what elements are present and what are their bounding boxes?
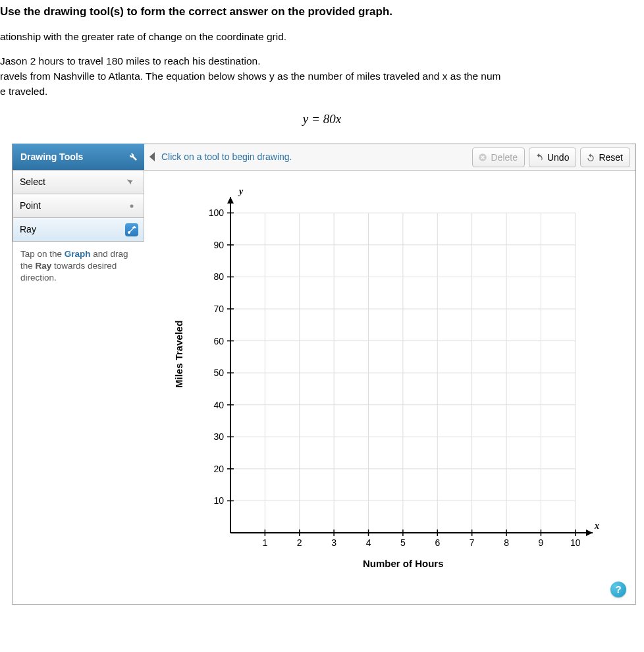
undo-label: Undo xyxy=(547,152,569,163)
svg-text:20: 20 xyxy=(213,464,224,474)
svg-text:8: 8 xyxy=(504,537,509,548)
svg-text:50: 50 xyxy=(213,367,224,378)
svg-point-1 xyxy=(130,204,134,207)
equation-y: y xyxy=(303,112,308,126)
y-axis-var: y xyxy=(239,186,243,197)
coordinate-grid[interactable]: 12345678910102030405060708090100 xyxy=(174,190,609,572)
tip-keyword-graph: Graph xyxy=(65,249,91,259)
svg-text:80: 80 xyxy=(213,271,224,282)
equation: y=80x xyxy=(0,112,644,126)
x-axis-label: Number of Hours xyxy=(363,558,444,569)
delete-icon xyxy=(478,153,487,162)
svg-text:3: 3 xyxy=(331,537,336,548)
drawing-tool-panel: Drawing Tools Click on a tool to begin d… xyxy=(12,144,636,605)
svg-text:30: 30 xyxy=(213,431,224,442)
svg-line-3 xyxy=(129,227,134,232)
delete-label: Delete xyxy=(491,152,517,163)
tools-header-label: Drawing Tools xyxy=(20,151,83,162)
undo-button[interactable]: Undo xyxy=(529,148,576,167)
y-axis-label: Miles Traveled xyxy=(173,320,184,388)
tool-ray-label: Ray xyxy=(20,224,36,234)
svg-text:4: 4 xyxy=(366,537,371,548)
instruction-heading: Use the drawing tool(s) to form the corr… xyxy=(0,5,644,18)
svg-text:40: 40 xyxy=(213,399,224,410)
undo-icon xyxy=(535,153,544,162)
svg-text:10: 10 xyxy=(213,495,224,506)
point-icon xyxy=(125,200,138,213)
svg-text:2: 2 xyxy=(297,537,302,548)
tool-point[interactable]: Point xyxy=(13,194,144,218)
tool-select-label: Select xyxy=(20,177,45,187)
toolbar: Drawing Tools Click on a tool to begin d… xyxy=(13,144,635,171)
svg-text:9: 9 xyxy=(539,537,544,548)
delete-button[interactable]: Delete xyxy=(472,148,524,167)
reset-button[interactable]: Reset xyxy=(580,148,630,167)
equation-rhs: 80x xyxy=(323,112,341,126)
question-text-line: e traveled. xyxy=(0,85,644,99)
x-axis-var: x xyxy=(595,521,599,531)
svg-text:100: 100 xyxy=(209,207,225,218)
svg-text:7: 7 xyxy=(470,537,475,548)
tool-point-label: Point xyxy=(20,200,41,211)
svg-text:70: 70 xyxy=(213,304,224,314)
tool-ray[interactable]: Ray xyxy=(13,218,144,242)
svg-text:5: 5 xyxy=(400,537,406,548)
tip-keyword-ray: Ray xyxy=(36,261,52,271)
toolbar-hint: Click on a tool to begin drawing. xyxy=(161,151,292,162)
reset-icon xyxy=(586,153,595,162)
svg-text:6: 6 xyxy=(435,537,440,548)
ray-icon xyxy=(125,223,138,236)
graph-area[interactable]: Miles Traveled Number of Hours y x 12345… xyxy=(174,190,622,585)
svg-text:60: 60 xyxy=(213,335,224,346)
svg-text:1: 1 xyxy=(262,537,267,548)
question-text-line: ationship with the greater rate of chang… xyxy=(0,30,644,44)
question-text-line: Jason 2 hours to travel 180 miles to rea… xyxy=(0,55,644,68)
reset-label: Reset xyxy=(599,152,623,163)
cursor-icon xyxy=(125,176,138,189)
tip-text: Tap on the xyxy=(20,249,65,259)
tool-select[interactable]: Select xyxy=(13,171,144,194)
tools-header: Drawing Tools xyxy=(13,144,144,170)
svg-text:90: 90 xyxy=(213,240,224,250)
wrench-icon xyxy=(127,151,138,161)
equation-eq: = xyxy=(308,112,323,126)
svg-text:10: 10 xyxy=(570,537,581,548)
collapse-icon[interactable] xyxy=(149,152,155,161)
question-text-line: ravels from Nashville to Atlanta. The eq… xyxy=(0,70,644,84)
help-button[interactable]: ? xyxy=(610,582,626,597)
tool-tip: Tap on the Graph and drag the Ray toward… xyxy=(13,242,144,291)
tools-sidebar: Select Point Ray Tap on the Graph and dr… xyxy=(13,171,144,291)
